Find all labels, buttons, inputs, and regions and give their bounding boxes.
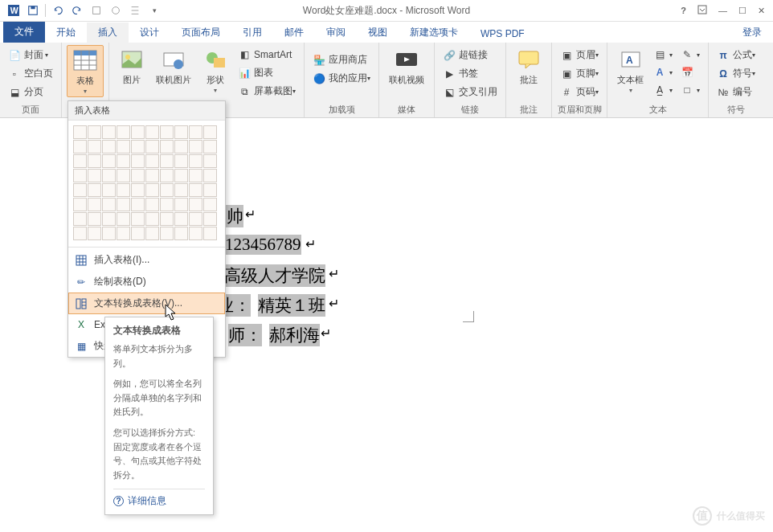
doc-line-2[interactable]: 123456789 — [225, 235, 301, 255]
grid-cell[interactable] — [174, 198, 188, 211]
number-button[interactable]: №编号 — [714, 84, 759, 100]
grid-cell[interactable] — [189, 140, 202, 153]
grid-cell[interactable] — [73, 140, 87, 153]
grid-cell[interactable] — [145, 154, 159, 168]
grid-cell[interactable] — [88, 212, 101, 226]
grid-cell[interactable] — [73, 212, 87, 226]
grid-cell[interactable] — [160, 140, 174, 153]
grid-cell[interactable] — [117, 183, 130, 197]
doc-line-3[interactable]: 高级人才学院 — [224, 264, 325, 287]
grid-cell[interactable] — [102, 140, 116, 153]
tab-newtab[interactable]: 新建选项卡 — [399, 23, 469, 43]
grid-cell[interactable] — [145, 125, 159, 139]
bookmark-button[interactable]: ▶书签 — [440, 65, 501, 82]
grid-cell[interactable] — [117, 212, 130, 226]
text-6-button[interactable]: □▾ — [677, 82, 703, 98]
grid-cell[interactable] — [73, 183, 87, 197]
grid-cell[interactable] — [131, 227, 145, 240]
crossref-button[interactable]: ⬕交叉引用 — [440, 84, 501, 100]
doc-line-5-pre[interactable]: 师： — [228, 324, 262, 346]
tab-view[interactable]: 视图 — [357, 23, 399, 43]
grid-cell[interactable] — [73, 227, 87, 240]
tab-references[interactable]: 引用 — [231, 23, 273, 43]
equation-button[interactable]: π公式 ▾ — [714, 47, 759, 63]
header-button[interactable]: ▣页眉 ▾ — [557, 47, 602, 63]
footer-button[interactable]: ▣页脚 ▾ — [557, 65, 602, 82]
grid-cell[interactable] — [117, 227, 130, 240]
grid-cell[interactable] — [102, 198, 116, 211]
app-store-button[interactable]: 🏪应用商店 — [309, 51, 374, 68]
grid-cell[interactable] — [88, 140, 101, 153]
hyperlink-button[interactable]: 🔗超链接 — [440, 47, 501, 63]
grid-cell[interactable] — [88, 227, 101, 240]
tooltip-more-info[interactable]: ?详细信息 — [113, 489, 205, 508]
shapes-button[interactable]: 形状▾ — [198, 45, 233, 96]
qat-6-icon[interactable] — [126, 2, 144, 19]
grid-cell[interactable] — [160, 183, 174, 197]
tab-insert[interactable]: 插入 — [87, 23, 129, 43]
grid-cell[interactable] — [160, 227, 174, 240]
minimize-icon[interactable]: — — [718, 6, 727, 15]
redo-icon[interactable] — [68, 2, 86, 19]
grid-cell[interactable] — [174, 227, 188, 240]
grid-cell[interactable] — [131, 198, 145, 211]
tab-mail[interactable]: 邮件 — [273, 23, 315, 43]
tab-file[interactable]: 文件 — [3, 21, 45, 43]
screenshot-button[interactable]: ⧉屏幕截图 ▾ — [235, 83, 299, 100]
grid-cell[interactable] — [73, 154, 87, 168]
doc-line-4[interactable]: 精英１班 — [258, 294, 325, 317]
grid-cell[interactable] — [145, 140, 159, 153]
pagenum-button[interactable]: #页码 ▾ — [557, 84, 602, 100]
tab-login[interactable]: 登录 — [731, 23, 773, 43]
tab-home[interactable]: 开始 — [45, 23, 87, 43]
grid-cell[interactable] — [203, 183, 217, 197]
grid-cell[interactable] — [160, 198, 174, 211]
grid-cell[interactable] — [203, 198, 217, 211]
grid-cell[interactable] — [160, 212, 174, 226]
grid-cell[interactable] — [117, 140, 130, 153]
grid-cell[interactable] — [102, 169, 116, 182]
grid-cell[interactable] — [131, 169, 145, 182]
grid-cell[interactable] — [73, 125, 87, 139]
smartart-button[interactable]: ◧SmartArt — [235, 47, 299, 63]
grid-cell[interactable] — [189, 212, 202, 226]
chart-button[interactable]: 📊图表 — [235, 64, 299, 81]
grid-cell[interactable] — [189, 198, 202, 211]
grid-cell[interactable] — [145, 183, 159, 197]
grid-cell[interactable] — [174, 154, 188, 168]
qat-5-icon[interactable] — [107, 2, 125, 19]
grid-cell[interactable] — [160, 154, 174, 168]
blank-page-button[interactable]: ▫空白页 — [5, 65, 56, 82]
grid-cell[interactable] — [117, 154, 130, 168]
grid-cell[interactable] — [203, 212, 217, 226]
grid-cell[interactable] — [131, 154, 145, 168]
online-picture-button[interactable]: 联机图片 — [151, 45, 196, 88]
text-4-button[interactable]: ✎▾ — [677, 47, 703, 63]
grid-cell[interactable] — [73, 198, 87, 211]
page-break-button[interactable]: ⬓分页 — [5, 84, 56, 100]
table-grid-picker[interactable] — [68, 121, 225, 245]
grid-cell[interactable] — [174, 140, 188, 153]
grid-cell[interactable] — [203, 125, 217, 139]
qat-customize-icon[interactable]: ▾ — [145, 2, 163, 19]
grid-cell[interactable] — [174, 169, 188, 182]
close-icon[interactable]: ✕ — [758, 6, 765, 16]
undo-icon[interactable] — [49, 2, 67, 19]
cover-page-button[interactable]: 📄封面 ▾ — [5, 47, 56, 63]
text-1-button[interactable]: ▤▾ — [650, 47, 676, 63]
grid-cell[interactable] — [73, 169, 87, 182]
draw-table-menuitem[interactable]: ✏绘制表格(D) — [68, 271, 225, 293]
grid-cell[interactable] — [203, 169, 217, 182]
text-5-button[interactable]: 📅 — [677, 64, 703, 80]
grid-cell[interactable] — [174, 183, 188, 197]
grid-cell[interactable] — [117, 169, 130, 182]
grid-cell[interactable] — [88, 169, 101, 182]
grid-cell[interactable] — [102, 227, 116, 240]
grid-cell[interactable] — [102, 125, 116, 139]
grid-cell[interactable] — [88, 198, 101, 211]
help-icon[interactable]: ? — [681, 6, 686, 15]
grid-cell[interactable] — [145, 198, 159, 211]
tab-layout[interactable]: 页面布局 — [170, 23, 231, 43]
grid-cell[interactable] — [131, 212, 145, 226]
doc-line-5[interactable]: 郝利海 — [269, 324, 320, 346]
